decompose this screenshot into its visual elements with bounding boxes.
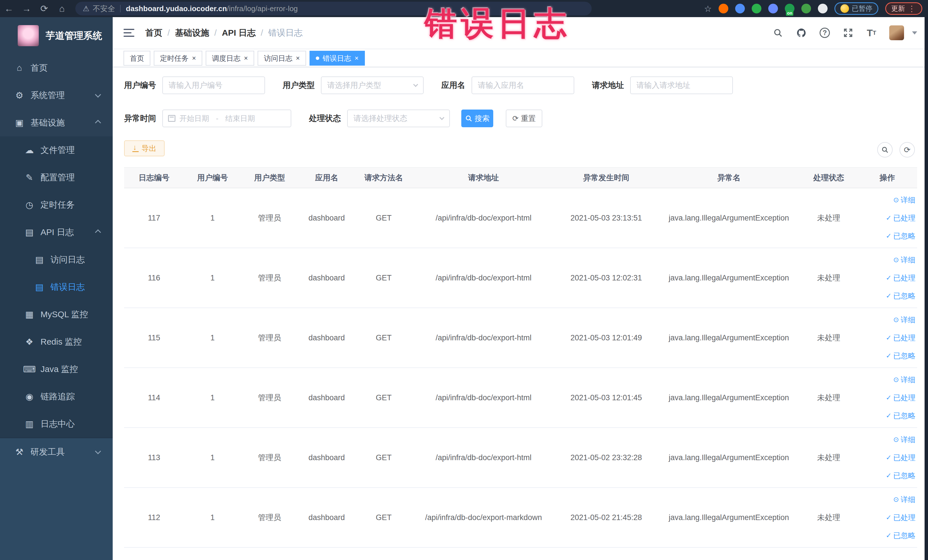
sidebar-item[interactable]: ⌨ Java 监控 [0, 356, 113, 383]
close-icon[interactable]: × [192, 55, 196, 62]
row-action-link[interactable]: ✓ 已忽略 [886, 291, 916, 301]
search-icon[interactable] [772, 27, 784, 38]
sidebar-item[interactable]: ▤ API 日志 [0, 218, 113, 246]
user-type-select[interactable]: 请选择用户类型 [321, 76, 424, 94]
row-action-link[interactable]: ✓ 已处理 [886, 513, 916, 523]
kebab-menu-icon[interactable]: ⋮ [908, 4, 916, 14]
close-icon[interactable]: × [355, 55, 359, 62]
sidebar-item[interactable]: ◉ 链路追踪 [0, 383, 113, 410]
bookmark-star-icon[interactable]: ☆ [704, 4, 712, 14]
cell-app-name: dashboard [298, 394, 355, 402]
cell-exception-name: java.lang.IllegalArgumentException [658, 453, 800, 462]
refresh-table-button[interactable]: ⟳ [899, 142, 915, 157]
extension-icon[interactable]: on [785, 4, 795, 14]
user-id-input[interactable] [162, 76, 265, 94]
back-icon[interactable]: ← [0, 3, 18, 14]
row-action-link[interactable]: ✓ 已处理 [886, 393, 916, 403]
warning-icon: ⚠ [83, 4, 89, 13]
app-logo-row[interactable]: 芋道管理系统 [0, 17, 113, 54]
table-row[interactable]: 112 1 管理员 dashboard GET /api/infra/db-do… [124, 488, 917, 548]
breadcrumb-item[interactable]: API 日志 [222, 27, 256, 39]
breadcrumb-item[interactable]: 首页 [145, 27, 162, 39]
table-header-cell: 日志编号 [124, 172, 184, 183]
request-url-input[interactable] [630, 76, 733, 94]
reload-icon[interactable]: ⟳ [35, 3, 53, 14]
breadcrumb-separator: / [214, 28, 217, 38]
breadcrumb-item[interactable]: 错误日志 [268, 27, 302, 39]
date-range-picker[interactable]: 开始日期 - 结束日期 [162, 110, 291, 127]
row-action-link[interactable]: ✓ 已处理 [886, 213, 916, 223]
row-action-link[interactable]: ⊙ 详细 [893, 255, 916, 265]
row-action-link[interactable]: ✓ 已忽略 [886, 231, 916, 241]
browser-update-button[interactable]: 更新 ⋮ [885, 2, 922, 15]
cell-log-id: 112 [124, 513, 184, 522]
avatar-caret-icon[interactable] [912, 31, 917, 35]
sidebar-item[interactable]: ▣ 基础设施 [0, 109, 113, 136]
close-icon[interactable]: × [296, 55, 300, 62]
sidebar-item[interactable]: ✎ 配置管理 [0, 164, 113, 191]
sidebar-item[interactable]: ❖ Redis 监控 [0, 328, 113, 356]
forward-icon[interactable]: → [18, 3, 35, 14]
row-action-link[interactable]: ⊙ 详细 [893, 375, 916, 385]
sidebar-item[interactable]: ⚙ 系统管理 [0, 82, 113, 109]
sidebar-item[interactable]: ⌂ 首页 [0, 54, 113, 82]
extension-paused-pill[interactable]: 已暂停 [835, 2, 878, 15]
home-icon[interactable]: ⌂ [53, 3, 71, 14]
sidebar-item-label: 定时任务 [41, 199, 75, 211]
status-select[interactable]: 请选择处理状态 [347, 110, 450, 127]
breadcrumb-item[interactable]: 基础设施 [175, 27, 209, 39]
breadcrumb-separator: / [261, 28, 263, 38]
sidebar-item[interactable]: ▤ 访问日志 [0, 246, 113, 273]
row-action-link[interactable]: ✓ 已处理 [886, 453, 916, 463]
sidebar-item[interactable]: ▥ 日志中心 [0, 410, 113, 438]
sidebar-item[interactable]: ▤ 错误日志 [0, 273, 113, 301]
sidebar-item[interactable]: ◷ 定时任务 [0, 191, 113, 218]
help-icon[interactable]: ? [819, 27, 830, 38]
search-button[interactable]: 搜索 [461, 110, 493, 127]
table-row[interactable]: 113 1 管理员 dashboard GET /api/infra/db-do… [124, 428, 917, 488]
extension-icon[interactable] [752, 4, 762, 14]
close-icon[interactable]: × [244, 55, 248, 62]
row-action-link[interactable]: ⊙ 详细 [893, 195, 916, 205]
fullscreen-icon[interactable] [843, 27, 854, 38]
page-tab[interactable]: 首页 × [124, 51, 150, 66]
sidebar-item-label: 链路追踪 [41, 391, 75, 403]
table-row[interactable]: 116 1 管理员 dashboard GET /api/infra/db-do… [124, 248, 917, 308]
page-tab[interactable]: 调度日志 × [206, 51, 254, 66]
page-tab[interactable]: 错误日志 × [310, 51, 365, 66]
export-button[interactable]: 导出 [124, 140, 165, 156]
github-icon[interactable] [796, 27, 807, 38]
toggle-search-button[interactable] [877, 142, 893, 157]
app-name-input[interactable] [472, 76, 574, 94]
extension-icon[interactable] [801, 4, 811, 14]
extension-icon[interactable] [735, 4, 745, 14]
browser-scrollbar[interactable] [925, 17, 928, 560]
extension-icon[interactable] [768, 4, 778, 14]
user-avatar[interactable] [889, 25, 904, 40]
sidebar-item[interactable]: ⚒ 研发工具 [0, 438, 113, 465]
row-action-link[interactable]: ✓ 已忽略 [886, 411, 916, 421]
sidebar-item[interactable]: ☁ 文件管理 [0, 136, 113, 164]
cell-log-id: 115 [124, 334, 184, 342]
row-action-link[interactable]: ✓ 已忽略 [886, 531, 916, 540]
table-row[interactable]: 117 1 管理员 dashboard GET /api/infra/db-do… [124, 188, 917, 248]
table-row[interactable]: 115 1 管理员 dashboard GET /api/infra/db-do… [124, 308, 917, 368]
row-action-link[interactable]: ✓ 已处理 [886, 333, 916, 343]
row-action-link[interactable]: ⊙ 详细 [893, 435, 916, 445]
sidebar-item[interactable]: ▦ MySQL 监控 [0, 301, 113, 328]
sidebar-fold-icon[interactable] [124, 29, 136, 37]
extension-icon[interactable] [818, 4, 827, 14]
font-size-icon[interactable]: TT [866, 27, 877, 38]
extension-icon[interactable] [719, 4, 728, 14]
cell-status: 未处理 [800, 333, 857, 343]
row-action-link[interactable]: ✓ 已忽略 [886, 471, 916, 481]
page-tab[interactable]: 访问日志 × [258, 51, 306, 66]
row-action-link[interactable]: ✓ 已处理 [886, 273, 916, 283]
table-row[interactable]: 114 1 管理员 dashboard GET /api/infra/db-do… [124, 368, 917, 428]
cell-method: GET [355, 453, 412, 462]
row-action-link[interactable]: ⊙ 详细 [893, 495, 916, 505]
page-tab[interactable]: 定时任务 × [154, 51, 202, 66]
row-action-link[interactable]: ⊙ 详细 [893, 315, 916, 325]
reset-button[interactable]: ⟳ 重置 [506, 110, 542, 127]
row-action-link[interactable]: ✓ 已忽略 [886, 351, 916, 361]
